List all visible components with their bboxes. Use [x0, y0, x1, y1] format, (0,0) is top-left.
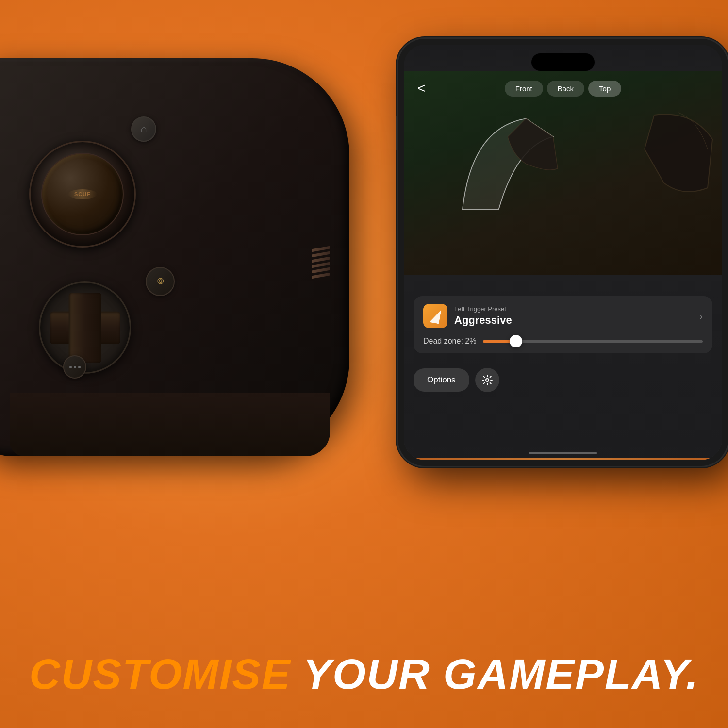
preset-value: Aggressive [454, 314, 693, 327]
dot-1 [69, 366, 72, 368]
tagline: CUSTOMISE YOUR GAMEPLAY. [0, 649, 728, 699]
tab-back[interactable]: Back [547, 81, 584, 97]
slider-thumb[interactable] [510, 335, 522, 347]
dynamic-island [531, 53, 595, 71]
chevron-right-icon: › [699, 311, 703, 322]
controller-body: SCUF Ⓢ [0, 58, 349, 456]
stripe-5 [312, 267, 330, 274]
tagline-rest: YOUR GAMEPLAY. [291, 650, 699, 698]
nav-back-button[interactable]: < [417, 81, 425, 96]
preset-card: Left Trigger Preset Aggressive › Dead zo… [414, 296, 712, 353]
stripe-4 [312, 262, 330, 268]
stripe-6 [312, 273, 330, 279]
trigger-svg [428, 100, 579, 236]
deadzone-row: Dead zone: 2% [423, 337, 703, 346]
settings-icon [481, 374, 493, 386]
dot-2 [74, 366, 76, 368]
preset-row[interactable]: Left Trigger Preset Aggressive › [423, 304, 703, 328]
svg-point-0 [486, 379, 489, 381]
phone-body: < Front Back Top Left Trigger Preset Agg… [398, 39, 728, 466]
stripe-1 [312, 246, 330, 252]
trigger-icon-shape [430, 308, 442, 324]
tagline-highlight: CUSTOMISE [29, 650, 291, 698]
controller: SCUF Ⓢ [0, 58, 379, 495]
dpad-vertical [69, 293, 101, 363]
dot-3 [78, 366, 81, 368]
scuf-logo-text: Ⓢ [157, 277, 163, 286]
options-row: Options [414, 368, 712, 392]
phone-orange-accent [414, 458, 712, 460]
dpad[interactable] [39, 281, 131, 374]
volume-button [396, 116, 398, 150]
nav-tabs: Front Back Top [505, 81, 622, 97]
settings-button[interactable] [475, 368, 499, 392]
options-button[interactable]: Options [414, 368, 469, 392]
preset-info: Left Trigger Preset Aggressive [454, 305, 693, 327]
dpad-cross [50, 293, 120, 363]
thumbstick-area: SCUF [29, 141, 136, 248]
home-indicator [529, 452, 597, 454]
thumbstick-outer[interactable]: SCUF [29, 141, 136, 248]
preset-label: Left Trigger Preset [454, 305, 693, 313]
preset-icon [423, 304, 447, 328]
deadzone-label: Dead zone: 2% [423, 337, 476, 346]
triple-dot-button[interactable] [63, 355, 86, 379]
dpad-area [39, 281, 131, 374]
thumbstick-cap: SCUF [41, 153, 124, 235]
screen-nav: < Front Back Top [404, 75, 722, 102]
phone: < Front Back Top Left Trigger Preset Agg… [398, 39, 728, 476]
phone-screen: < Front Back Top Left Trigger Preset Agg… [404, 45, 722, 460]
stripe-3 [312, 257, 330, 263]
deadzone-slider[interactable] [483, 340, 703, 343]
tab-top[interactable]: Top [588, 81, 621, 97]
controller-3d-view [404, 71, 722, 275]
home-button[interactable] [131, 116, 156, 142]
scuf-thumbstick-label: SCUF [74, 191, 91, 197]
trigger-right-svg [635, 110, 722, 207]
scuf-logo: Ⓢ [146, 267, 175, 296]
scuf-stripes [312, 246, 330, 279]
stripe-2 [312, 251, 330, 258]
trigger-right-path [645, 115, 712, 192]
tab-front[interactable]: Front [505, 81, 543, 97]
handle-grip [10, 393, 330, 456]
